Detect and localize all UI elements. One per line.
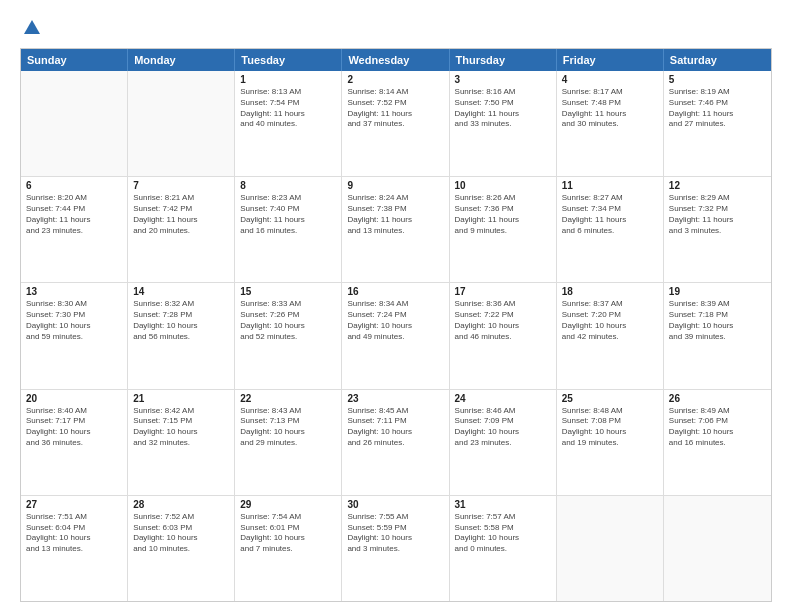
calendar-cell-4-5 xyxy=(557,496,664,601)
weekday-header-sunday: Sunday xyxy=(21,49,128,71)
calendar-cell-2-6: 19Sunrise: 8:39 AM Sunset: 7:18 PM Dayli… xyxy=(664,283,771,388)
calendar-cell-0-6: 5Sunrise: 8:19 AM Sunset: 7:46 PM Daylig… xyxy=(664,71,771,176)
day-number: 27 xyxy=(26,499,122,510)
calendar-cell-1-2: 8Sunrise: 8:23 AM Sunset: 7:40 PM Daylig… xyxy=(235,177,342,282)
day-number: 4 xyxy=(562,74,658,85)
calendar-cell-2-4: 17Sunrise: 8:36 AM Sunset: 7:22 PM Dayli… xyxy=(450,283,557,388)
day-number: 30 xyxy=(347,499,443,510)
calendar-cell-2-5: 18Sunrise: 8:37 AM Sunset: 7:20 PM Dayli… xyxy=(557,283,664,388)
day-info: Sunrise: 8:40 AM Sunset: 7:17 PM Dayligh… xyxy=(26,406,122,449)
calendar-cell-0-2: 1Sunrise: 8:13 AM Sunset: 7:54 PM Daylig… xyxy=(235,71,342,176)
calendar-cell-4-0: 27Sunrise: 7:51 AM Sunset: 6:04 PM Dayli… xyxy=(21,496,128,601)
day-info: Sunrise: 8:16 AM Sunset: 7:50 PM Dayligh… xyxy=(455,87,551,130)
calendar-cell-0-5: 4Sunrise: 8:17 AM Sunset: 7:48 PM Daylig… xyxy=(557,71,664,176)
day-number: 23 xyxy=(347,393,443,404)
day-info: Sunrise: 8:27 AM Sunset: 7:34 PM Dayligh… xyxy=(562,193,658,236)
calendar-body: 1Sunrise: 8:13 AM Sunset: 7:54 PM Daylig… xyxy=(21,71,771,601)
day-number: 29 xyxy=(240,499,336,510)
calendar-cell-0-1 xyxy=(128,71,235,176)
calendar-cell-2-3: 16Sunrise: 8:34 AM Sunset: 7:24 PM Dayli… xyxy=(342,283,449,388)
day-info: Sunrise: 8:32 AM Sunset: 7:28 PM Dayligh… xyxy=(133,299,229,342)
calendar-cell-3-1: 21Sunrise: 8:42 AM Sunset: 7:15 PM Dayli… xyxy=(128,390,235,495)
page: SundayMondayTuesdayWednesdayThursdayFrid… xyxy=(0,0,792,612)
day-info: Sunrise: 8:43 AM Sunset: 7:13 PM Dayligh… xyxy=(240,406,336,449)
day-number: 17 xyxy=(455,286,551,297)
day-number: 21 xyxy=(133,393,229,404)
calendar-cell-1-6: 12Sunrise: 8:29 AM Sunset: 7:32 PM Dayli… xyxy=(664,177,771,282)
calendar-cell-4-2: 29Sunrise: 7:54 AM Sunset: 6:01 PM Dayli… xyxy=(235,496,342,601)
day-info: Sunrise: 7:51 AM Sunset: 6:04 PM Dayligh… xyxy=(26,512,122,555)
day-info: Sunrise: 8:49 AM Sunset: 7:06 PM Dayligh… xyxy=(669,406,766,449)
weekday-header-monday: Monday xyxy=(128,49,235,71)
day-info: Sunrise: 8:20 AM Sunset: 7:44 PM Dayligh… xyxy=(26,193,122,236)
logo xyxy=(20,18,42,38)
day-number: 3 xyxy=(455,74,551,85)
day-number: 20 xyxy=(26,393,122,404)
day-info: Sunrise: 8:36 AM Sunset: 7:22 PM Dayligh… xyxy=(455,299,551,342)
calendar-cell-1-1: 7Sunrise: 8:21 AM Sunset: 7:42 PM Daylig… xyxy=(128,177,235,282)
day-number: 22 xyxy=(240,393,336,404)
calendar-cell-3-4: 24Sunrise: 8:46 AM Sunset: 7:09 PM Dayli… xyxy=(450,390,557,495)
calendar-cell-1-3: 9Sunrise: 8:24 AM Sunset: 7:38 PM Daylig… xyxy=(342,177,449,282)
calendar-header: SundayMondayTuesdayWednesdayThursdayFrid… xyxy=(21,49,771,71)
day-number: 1 xyxy=(240,74,336,85)
calendar-cell-2-1: 14Sunrise: 8:32 AM Sunset: 7:28 PM Dayli… xyxy=(128,283,235,388)
calendar-cell-1-4: 10Sunrise: 8:26 AM Sunset: 7:36 PM Dayli… xyxy=(450,177,557,282)
day-number: 9 xyxy=(347,180,443,191)
day-number: 18 xyxy=(562,286,658,297)
day-number: 6 xyxy=(26,180,122,191)
day-info: Sunrise: 8:46 AM Sunset: 7:09 PM Dayligh… xyxy=(455,406,551,449)
day-info: Sunrise: 8:34 AM Sunset: 7:24 PM Dayligh… xyxy=(347,299,443,342)
calendar-cell-4-3: 30Sunrise: 7:55 AM Sunset: 5:59 PM Dayli… xyxy=(342,496,449,601)
day-info: Sunrise: 8:14 AM Sunset: 7:52 PM Dayligh… xyxy=(347,87,443,130)
calendar-cell-3-2: 22Sunrise: 8:43 AM Sunset: 7:13 PM Dayli… xyxy=(235,390,342,495)
calendar-cell-0-0 xyxy=(21,71,128,176)
day-number: 8 xyxy=(240,180,336,191)
day-info: Sunrise: 7:52 AM Sunset: 6:03 PM Dayligh… xyxy=(133,512,229,555)
calendar-cell-0-4: 3Sunrise: 8:16 AM Sunset: 7:50 PM Daylig… xyxy=(450,71,557,176)
day-info: Sunrise: 7:57 AM Sunset: 5:58 PM Dayligh… xyxy=(455,512,551,555)
calendar-cell-3-6: 26Sunrise: 8:49 AM Sunset: 7:06 PM Dayli… xyxy=(664,390,771,495)
calendar-cell-2-2: 15Sunrise: 8:33 AM Sunset: 7:26 PM Dayli… xyxy=(235,283,342,388)
day-number: 2 xyxy=(347,74,443,85)
day-info: Sunrise: 8:48 AM Sunset: 7:08 PM Dayligh… xyxy=(562,406,658,449)
day-info: Sunrise: 8:42 AM Sunset: 7:15 PM Dayligh… xyxy=(133,406,229,449)
day-number: 26 xyxy=(669,393,766,404)
svg-marker-0 xyxy=(24,20,40,34)
calendar-cell-0-3: 2Sunrise: 8:14 AM Sunset: 7:52 PM Daylig… xyxy=(342,71,449,176)
calendar-cell-1-5: 11Sunrise: 8:27 AM Sunset: 7:34 PM Dayli… xyxy=(557,177,664,282)
day-number: 11 xyxy=(562,180,658,191)
day-number: 31 xyxy=(455,499,551,510)
calendar-cell-1-0: 6Sunrise: 8:20 AM Sunset: 7:44 PM Daylig… xyxy=(21,177,128,282)
day-info: Sunrise: 8:37 AM Sunset: 7:20 PM Dayligh… xyxy=(562,299,658,342)
weekday-header-friday: Friday xyxy=(557,49,664,71)
calendar-cell-3-3: 23Sunrise: 8:45 AM Sunset: 7:11 PM Dayli… xyxy=(342,390,449,495)
day-info: Sunrise: 8:30 AM Sunset: 7:30 PM Dayligh… xyxy=(26,299,122,342)
day-number: 16 xyxy=(347,286,443,297)
day-number: 10 xyxy=(455,180,551,191)
weekday-header-thursday: Thursday xyxy=(450,49,557,71)
calendar-cell-4-6 xyxy=(664,496,771,601)
day-number: 19 xyxy=(669,286,766,297)
calendar-row-3: 20Sunrise: 8:40 AM Sunset: 7:17 PM Dayli… xyxy=(21,389,771,495)
day-number: 14 xyxy=(133,286,229,297)
weekday-header-wednesday: Wednesday xyxy=(342,49,449,71)
day-number: 13 xyxy=(26,286,122,297)
day-info: Sunrise: 7:55 AM Sunset: 5:59 PM Dayligh… xyxy=(347,512,443,555)
calendar-cell-3-0: 20Sunrise: 8:40 AM Sunset: 7:17 PM Dayli… xyxy=(21,390,128,495)
day-info: Sunrise: 8:13 AM Sunset: 7:54 PM Dayligh… xyxy=(240,87,336,130)
weekday-header-tuesday: Tuesday xyxy=(235,49,342,71)
calendar-cell-3-5: 25Sunrise: 8:48 AM Sunset: 7:08 PM Dayli… xyxy=(557,390,664,495)
calendar-row-2: 13Sunrise: 8:30 AM Sunset: 7:30 PM Dayli… xyxy=(21,282,771,388)
day-info: Sunrise: 7:54 AM Sunset: 6:01 PM Dayligh… xyxy=(240,512,336,555)
day-number: 25 xyxy=(562,393,658,404)
day-info: Sunrise: 8:33 AM Sunset: 7:26 PM Dayligh… xyxy=(240,299,336,342)
day-info: Sunrise: 8:29 AM Sunset: 7:32 PM Dayligh… xyxy=(669,193,766,236)
header xyxy=(20,18,772,38)
day-info: Sunrise: 8:45 AM Sunset: 7:11 PM Dayligh… xyxy=(347,406,443,449)
day-number: 12 xyxy=(669,180,766,191)
calendar-row-0: 1Sunrise: 8:13 AM Sunset: 7:54 PM Daylig… xyxy=(21,71,771,176)
weekday-header-saturday: Saturday xyxy=(664,49,771,71)
day-info: Sunrise: 8:19 AM Sunset: 7:46 PM Dayligh… xyxy=(669,87,766,130)
calendar: SundayMondayTuesdayWednesdayThursdayFrid… xyxy=(20,48,772,602)
